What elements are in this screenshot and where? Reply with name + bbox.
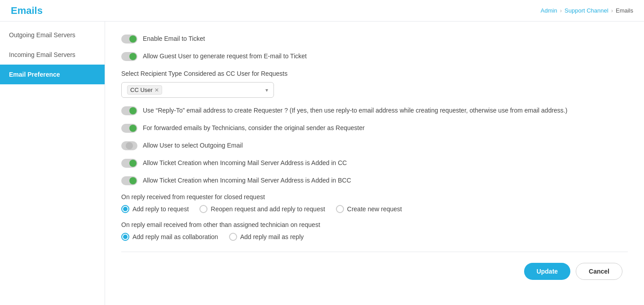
toggle-row-incoming-bcc: Allow Ticket Creation when Incoming Mail… <box>121 176 628 185</box>
toggle-label-enable-email-ticket: Enable Email to Ticket <box>143 34 205 44</box>
toggle-reply-to[interactable] <box>121 106 137 115</box>
radio-technician-options: Add reply mail as collaboration Add repl… <box>121 233 628 241</box>
toggle-label-allow-user-select: Allow User to select Outgoing Email <box>143 141 243 150</box>
toggle-allow-guest[interactable] <box>121 52 137 61</box>
toggle-label-incoming-cc: Allow Ticket Creation when Incoming Mail… <box>143 158 347 168</box>
toggle-incoming-cc[interactable] <box>121 159 137 168</box>
dropdown-select[interactable]: CC User ✕ ▾ <box>121 82 274 98</box>
toggle-row-incoming-cc: Allow Ticket Creation when Incoming Mail… <box>121 158 628 168</box>
dropdown-section: Select Recipient Type Considered as CC U… <box>121 69 628 98</box>
radio-option-add-reply[interactable]: Add reply to request <box>121 205 189 213</box>
toggle-label-reply-to: Use “Reply-To” email address to create R… <box>143 106 567 115</box>
actions: Update Cancel <box>121 263 628 280</box>
radio-circle-reopen-reply <box>199 205 207 213</box>
radio-option-reopen-reply[interactable]: Reopen request and add reply to request <box>199 205 325 213</box>
divider <box>121 252 628 252</box>
main-content: Enable Email to Ticket Allow Guest User … <box>105 22 644 305</box>
dropdown-chevron-icon: ▾ <box>265 87 268 93</box>
breadcrumb-sep-1: › <box>560 7 562 14</box>
radio-label-add-reply: Add reply to request <box>132 205 189 213</box>
sidebar-item-outgoing[interactable]: Outgoing Email Servers <box>0 25 105 45</box>
radio-option-collaboration[interactable]: Add reply mail as collaboration <box>121 233 218 241</box>
sidebar: Outgoing Email Servers Incoming Email Se… <box>0 22 105 305</box>
radio-label-create-new: Create new request <box>347 205 402 213</box>
radio-closed-label: On reply received from requester for clo… <box>121 193 628 200</box>
radio-option-create-new[interactable]: Create new request <box>336 205 402 213</box>
toggle-label-incoming-bcc: Allow Ticket Creation when Incoming Mail… <box>143 176 351 185</box>
dropdown-tag-cc-user: CC User ✕ <box>127 85 162 95</box>
breadcrumb-sep-2: › <box>611 7 613 14</box>
radio-circle-collaboration <box>121 233 129 241</box>
toggle-enable-email-ticket[interactable] <box>121 35 137 44</box>
page-title: Emails <box>11 5 43 17</box>
radio-circle-add-reply <box>121 205 129 213</box>
breadcrumb: Admin › Support Channel › Emails <box>541 7 633 14</box>
breadcrumb-support[interactable]: Support Channel <box>565 7 609 14</box>
radio-label-collaboration: Add reply mail as collaboration <box>132 233 218 240</box>
radio-circle-reply <box>229 233 237 241</box>
toggle-row-forwarded-emails: For forwarded emails by Technicians, con… <box>121 123 628 133</box>
radio-label-reopen-reply: Reopen request and add reply to request <box>211 205 325 213</box>
radio-circle-create-new <box>336 205 344 213</box>
header: Emails Admin › Support Channel › Emails <box>0 0 644 22</box>
radio-technician-label: On reply email received from other than … <box>121 221 628 228</box>
sidebar-item-incoming[interactable]: Incoming Email Servers <box>0 45 105 65</box>
toggle-row-reply-to: Use “Reply-To” email address to create R… <box>121 106 628 115</box>
toggle-row-allow-user-select: Allow User to select Outgoing Email <box>121 141 628 150</box>
radio-closed-options: Add reply to request Reopen request and … <box>121 205 628 213</box>
toggle-allow-user-select[interactable] <box>121 141 137 150</box>
toggle-forwarded-emails[interactable] <box>121 124 137 133</box>
radio-label-reply: Add reply mail as reply <box>240 233 304 240</box>
dropdown-selected-values: CC User ✕ <box>127 85 265 95</box>
toggle-incoming-bcc[interactable] <box>121 176 137 185</box>
cancel-button[interactable]: Cancel <box>576 263 622 280</box>
radio-section-closed: On reply received from requester for clo… <box>121 193 628 213</box>
breadcrumb-current: Emails <box>616 7 633 14</box>
update-button[interactable]: Update <box>524 263 570 280</box>
toggle-label-forwarded-emails: For forwarded emails by Technicians, con… <box>143 123 365 133</box>
sidebar-item-preference[interactable]: Email Preference <box>0 65 105 84</box>
breadcrumb-admin[interactable]: Admin <box>541 7 557 14</box>
dropdown-label: Select Recipient Type Considered as CC U… <box>121 69 628 78</box>
toggle-row-enable-email-ticket: Enable Email to Ticket <box>121 34 628 44</box>
radio-option-reply[interactable]: Add reply mail as reply <box>229 233 304 241</box>
radio-section-technician: On reply email received from other than … <box>121 221 628 241</box>
toggle-row-allow-guest: Allow Guest User to generate request fro… <box>121 52 628 61</box>
dropdown-tag-close[interactable]: ✕ <box>154 87 159 93</box>
layout: Outgoing Email Servers Incoming Email Se… <box>0 22 644 305</box>
toggle-label-allow-guest: Allow Guest User to generate request fro… <box>143 52 307 61</box>
